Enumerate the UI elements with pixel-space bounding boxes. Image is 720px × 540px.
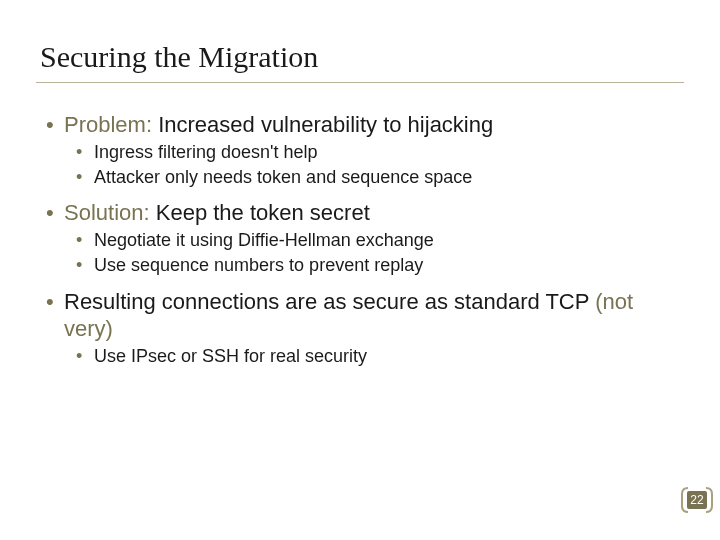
page-number-badge: 22 <box>680 486 714 514</box>
content-area: Problem: Increased vulnerability to hija… <box>40 111 680 368</box>
title-underline <box>36 82 684 83</box>
bullet-list: Problem: Increased vulnerability to hija… <box>42 111 680 368</box>
bullet-text: Keep the token secret <box>156 200 370 225</box>
sub-bullet-list: Negotiate it using Diffie-Hellman exchan… <box>64 229 680 278</box>
bullet-text: Resulting connections are as secure as s… <box>64 289 595 314</box>
bullet-item: Solution: Keep the token secret Negotiat… <box>42 199 680 277</box>
bullet-accent-text: Problem: <box>64 112 158 137</box>
sub-bullet-item: Ingress filtering doesn't help <box>74 141 680 164</box>
sub-bullet-item: Negotiate it using Diffie-Hellman exchan… <box>74 229 680 252</box>
sub-bullet-list: Use IPsec or SSH for real security <box>64 345 680 368</box>
slide-title: Securing the Migration <box>40 40 680 74</box>
slide: Securing the Migration Problem: Increase… <box>0 0 720 540</box>
sub-bullet-item: Attacker only needs token and sequence s… <box>74 166 680 189</box>
bullet-text: Increased vulnerability to hijacking <box>158 112 493 137</box>
bullet-item: Resulting connections are as secure as s… <box>42 288 680 368</box>
sub-bullet-item: Use sequence numbers to prevent replay <box>74 254 680 277</box>
bullet-item: Problem: Increased vulnerability to hija… <box>42 111 680 189</box>
bullet-accent-text: Solution: <box>64 200 156 225</box>
sub-bullet-list: Ingress filtering doesn't help Attacker … <box>64 141 680 190</box>
page-number: 22 <box>687 491 707 509</box>
sub-bullet-item: Use IPsec or SSH for real security <box>74 345 680 368</box>
